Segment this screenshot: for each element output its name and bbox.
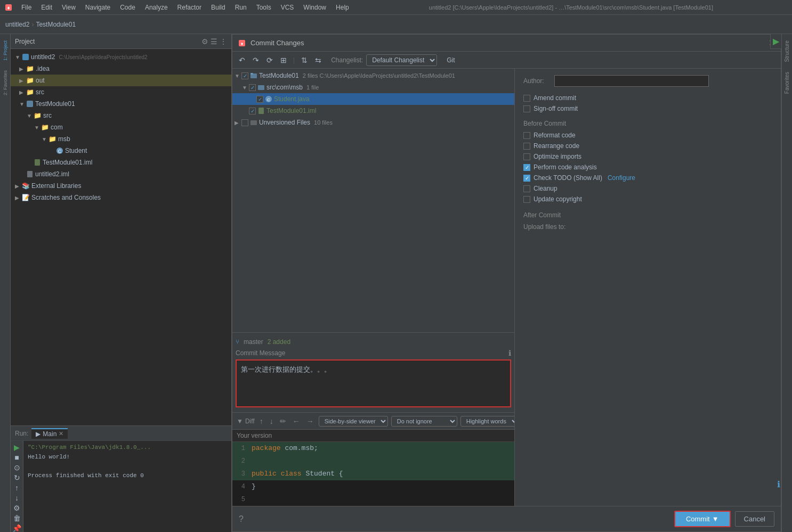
tree-item-testmodule[interactable]: TestModule01 xyxy=(11,98,231,110)
menu-view[interactable]: View xyxy=(58,3,80,12)
tree-item-out[interactable]: 📁 out xyxy=(11,75,231,86)
diff-down-btn[interactable]: ↓ xyxy=(268,416,275,427)
breadcrumb-project[interactable]: untitled2 xyxy=(5,21,29,28)
checkbox-testmodule[interactable] xyxy=(241,72,248,79)
commit-message-input[interactable]: 第一次进行数据的提交。。。 xyxy=(236,359,511,407)
run-scroll-up-btn[interactable]: ↑ xyxy=(15,484,19,492)
file-tree-testmodule[interactable]: TestModule01 2 files C:\Users\Apple\Idea… xyxy=(232,70,514,81)
checkbox-unversioned[interactable] xyxy=(241,119,248,126)
changelist-select[interactable]: Default Changelist xyxy=(366,54,437,66)
diff-up-btn[interactable]: ↑ xyxy=(258,416,265,427)
footer-help-btn[interactable]: ? xyxy=(239,514,244,524)
diff-edit-btn[interactable]: ✏ xyxy=(278,416,288,427)
sidebar-project-tab[interactable]: 1: Project xyxy=(2,36,9,65)
commit-button[interactable]: Commit ▼ xyxy=(674,511,731,527)
reformat-code-row[interactable]: Reformat code xyxy=(523,132,709,139)
tree-item-src-tm[interactable]: 📁 src xyxy=(11,110,231,121)
run-rerun-btn[interactable]: ↻ xyxy=(14,473,20,482)
menu-window[interactable]: Window xyxy=(299,3,330,12)
commit-msg-info-icon[interactable]: ℹ xyxy=(508,349,511,357)
gear-icon[interactable]: ⚙ xyxy=(201,37,208,46)
checkbox-src-com-msb[interactable] xyxy=(249,84,256,91)
optimize-imports-row[interactable]: Optimize imports xyxy=(523,153,709,160)
tree-item-com[interactable]: 📁 com xyxy=(11,121,231,133)
author-input[interactable] xyxy=(554,75,709,87)
toolbar-collapse-btn[interactable]: ⇆ xyxy=(313,55,324,66)
toolbar-expand-btn[interactable]: ⇅ xyxy=(299,55,310,66)
configure-link[interactable]: Configure xyxy=(608,174,635,182)
signoff-checkbox[interactable] xyxy=(523,105,530,112)
tree-item-tm-iml[interactable]: TestModule01.iml xyxy=(11,157,231,168)
menu-code[interactable]: Code xyxy=(116,3,140,12)
toolbar-group-btn[interactable]: ⊞ xyxy=(278,55,289,66)
tree-item-untitled-iml[interactable]: untitled2.iml xyxy=(11,168,231,180)
sidebar-favorites-right-tab[interactable]: Favorites xyxy=(783,68,791,98)
menu-run[interactable]: Run xyxy=(231,3,251,12)
diff-ignore-select[interactable]: Do not ignore Ignore whitespace xyxy=(391,416,457,427)
run-green-btn[interactable]: ▶ xyxy=(773,37,779,46)
run-camera-btn[interactable]: ⊙ xyxy=(14,463,20,472)
tree-item-untitled2[interactable]: untitled2 C:\Users\Apple\IdeaProjects\un… xyxy=(11,51,231,63)
toolbar-undo-btn[interactable]: ↶ xyxy=(237,55,247,66)
rearrange-code-row[interactable]: Rearrange code xyxy=(523,142,709,150)
update-copyright-row[interactable]: Update copyright xyxy=(523,195,709,203)
file-tree-student-java[interactable]: C Student.java xyxy=(232,93,514,105)
run-settings-btn[interactable]: ⚙ xyxy=(13,504,20,512)
run-scroll-down-btn[interactable]: ↓ xyxy=(15,494,19,502)
tree-item-src-root[interactable]: 📁 src xyxy=(11,86,231,98)
run-trash-btn[interactable]: 🗑 xyxy=(13,514,21,522)
diff-next-btn[interactable]: → xyxy=(305,416,316,427)
options-icon[interactable]: ⋮ xyxy=(220,37,227,46)
cleanup-row[interactable]: Cleanup xyxy=(523,185,709,192)
checkbox-student-java[interactable] xyxy=(256,96,263,103)
file-tree-src-com-msb[interactable]: src\com\msb 1 file xyxy=(232,81,514,93)
menu-edit[interactable]: Edit xyxy=(37,3,56,12)
diff-prev-btn[interactable]: ← xyxy=(291,416,302,427)
check-todo-checkbox[interactable] xyxy=(523,175,530,182)
tree-item-student[interactable]: C Student xyxy=(11,145,231,157)
run-tab-close[interactable]: ✕ xyxy=(59,430,63,437)
sidebar-favorites-tab[interactable]: 2: Favorites xyxy=(2,66,9,100)
file-tree-unversioned[interactable]: Unversioned Files 10 files xyxy=(232,117,514,128)
cleanup-checkbox[interactable] xyxy=(523,185,530,192)
run-stop-btn[interactable]: ■ xyxy=(14,453,19,462)
menu-help[interactable]: Help xyxy=(332,3,353,12)
reformat-checkbox[interactable] xyxy=(523,132,530,139)
info-icon-right[interactable]: ℹ xyxy=(777,479,780,489)
sidebar-structure-tab[interactable]: Structure xyxy=(783,36,791,67)
menu-tools[interactable]: Tools xyxy=(252,3,276,12)
menu-refactor[interactable]: Refactor xyxy=(173,3,206,12)
update-copyright-checkbox[interactable] xyxy=(523,196,530,203)
tree-item-scratches[interactable]: 📝 Scratches and Consoles xyxy=(11,192,231,203)
perform-analysis-checkbox[interactable] xyxy=(523,164,530,171)
file-tree-tm-iml-file[interactable]: TestModule01.iml xyxy=(232,105,514,117)
rearrange-checkbox[interactable] xyxy=(523,143,530,150)
tree-item-idea[interactable]: 📁 .idea xyxy=(11,63,231,75)
optimize-checkbox[interactable] xyxy=(523,153,530,160)
menu-analyze[interactable]: Analyze xyxy=(141,3,172,12)
run-tab-main[interactable]: ▶ Main ✕ xyxy=(31,428,68,439)
menu-vcs[interactable]: VCS xyxy=(277,3,298,12)
cancel-button[interactable]: Cancel xyxy=(735,511,774,527)
settings-icon[interactable]: ☰ xyxy=(211,37,217,46)
amend-commit-checkbox[interactable] xyxy=(523,95,530,102)
tree-item-ext-libs[interactable]: 📚 External Libraries xyxy=(11,180,231,192)
run-play-btn[interactable]: ▶ xyxy=(14,443,20,452)
run-pin-btn[interactable]: 📌 xyxy=(12,524,21,532)
tree-item-msb[interactable]: 📁 msb xyxy=(11,133,231,145)
menu-navigate[interactable]: Navigate xyxy=(81,3,115,12)
diff-viewer-select[interactable]: Side-by-side viewer Unified viewer xyxy=(319,416,388,427)
breadcrumb-module[interactable]: TestModule01 xyxy=(36,21,76,28)
checkbox-tm-iml[interactable] xyxy=(249,108,256,114)
toolbar-refresh-btn[interactable]: ⟳ xyxy=(264,55,275,66)
signoff-row[interactable]: Sign-off commit xyxy=(523,105,709,112)
amend-commit-row[interactable]: Amend commit xyxy=(523,94,709,102)
menu-build[interactable]: Build xyxy=(207,3,230,12)
perform-analysis-row[interactable]: Perform code analysis xyxy=(523,163,709,171)
menu-file[interactable]: File xyxy=(17,3,36,12)
check-todo-row[interactable]: Check TODO (Show All) Configure xyxy=(523,174,709,182)
commit-dropdown-arrow[interactable]: ▼ xyxy=(712,515,719,523)
diff-highlight-select[interactable]: Highlight words Highlight lines No highl… xyxy=(460,416,515,427)
diff-toggle[interactable]: ▼ Diff xyxy=(237,418,255,425)
toolbar-redo-btn[interactable]: ↷ xyxy=(250,55,261,66)
